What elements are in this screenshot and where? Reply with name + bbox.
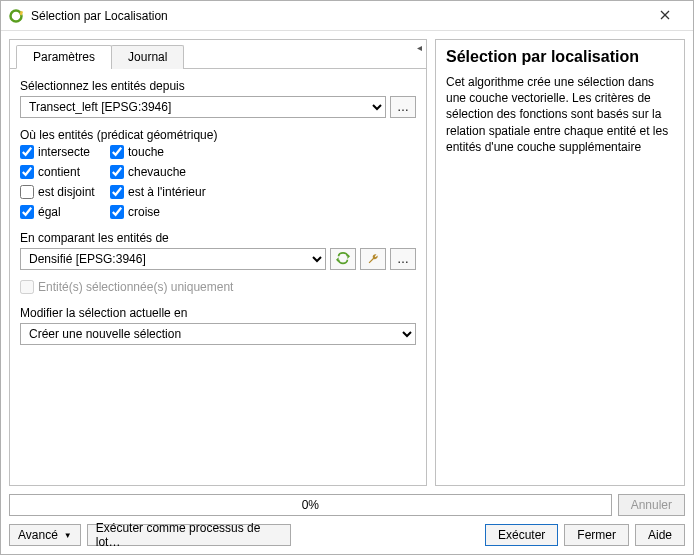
progress-row: 0% Annuler [9, 494, 685, 516]
svg-marker-4 [347, 253, 350, 258]
ellipsis-icon: … [397, 100, 409, 114]
selected-only-checkbox[interactable]: Entité(s) sélectionnée(s) uniquement [20, 280, 416, 294]
help-button[interactable]: Aide [635, 524, 685, 546]
progress-bar: 0% [9, 494, 612, 516]
predicate-equals[interactable]: égal [20, 205, 110, 219]
browse-compare-layer-button[interactable]: … [390, 248, 416, 270]
run-button[interactable]: Exécuter [485, 524, 558, 546]
titlebar: Sélection par Localisation [1, 1, 693, 31]
close-button[interactable]: Fermer [564, 524, 629, 546]
predicate-within[interactable]: est à l'intérieur [110, 185, 260, 199]
tab-log[interactable]: Journal [111, 45, 184, 69]
batch-process-button[interactable]: Exécuter comme processus de lot… [87, 524, 291, 546]
svg-marker-5 [336, 257, 339, 262]
label-compare-to: En comparant les entités de [20, 231, 416, 245]
wrench-icon [366, 251, 380, 268]
main-row: ◂ Paramètres Journal Sélectionnez les en… [9, 39, 685, 486]
window-close-button[interactable] [645, 2, 685, 30]
ellipsis-icon: … [397, 252, 409, 266]
iterate-icon [336, 251, 350, 268]
predicate-grid: intersecte touche contient chevauche est… [20, 145, 416, 219]
label-predicate: Où les entités (prédicat géométrique) [20, 128, 416, 142]
dialog-content: ◂ Paramètres Journal Sélectionnez les en… [1, 31, 693, 554]
browse-input-layer-button[interactable]: … [390, 96, 416, 118]
predicate-contains[interactable]: contient [20, 165, 110, 179]
window-title: Sélection par Localisation [31, 9, 645, 23]
dialog-window: Sélection par Localisation ◂ Paramètres … [0, 0, 694, 555]
predicate-touches[interactable]: touche [110, 145, 260, 159]
predicate-crosses[interactable]: croise [110, 205, 260, 219]
bottom-button-row: Avancé ▼ Exécuter comme processus de lot… [9, 524, 685, 546]
progress-percent: 0% [302, 498, 319, 512]
tab-parameters[interactable]: Paramètres [16, 45, 112, 69]
settings-button[interactable] [360, 248, 386, 270]
input-layer-combo[interactable]: Transect_left [EPSG:3946] [20, 96, 386, 118]
caret-down-icon: ▼ [64, 531, 72, 540]
help-body: Cet algorithme crée une sélection dans u… [446, 74, 674, 155]
svg-point-0 [11, 10, 22, 21]
help-title: Sélection par localisation [446, 48, 674, 66]
cancel-run-button[interactable]: Annuler [618, 494, 685, 516]
app-icon [9, 8, 25, 24]
modify-selection-combo[interactable]: Créer une nouvelle sélection [20, 323, 416, 345]
predicate-intersects[interactable]: intersecte [20, 145, 110, 159]
tabbar: Paramètres Journal [10, 41, 426, 69]
label-select-from: Sélectionnez les entités depuis [20, 79, 416, 93]
label-modify-selection: Modifier la sélection actuelle en [20, 306, 416, 320]
predicate-disjoint[interactable]: est disjoint [20, 185, 110, 199]
predicate-overlaps[interactable]: chevauche [110, 165, 260, 179]
help-panel: Sélection par localisation Cet algorithm… [435, 39, 685, 486]
parameters-panel: ◂ Paramètres Journal Sélectionnez les en… [9, 39, 427, 486]
compare-layer-combo[interactable]: Densifié [EPSG:3946] [20, 248, 326, 270]
close-icon [660, 9, 670, 23]
advanced-button[interactable]: Avancé ▼ [9, 524, 81, 546]
tab-body: Sélectionnez les entités depuis Transect… [10, 68, 426, 485]
iterate-button[interactable] [330, 248, 356, 270]
